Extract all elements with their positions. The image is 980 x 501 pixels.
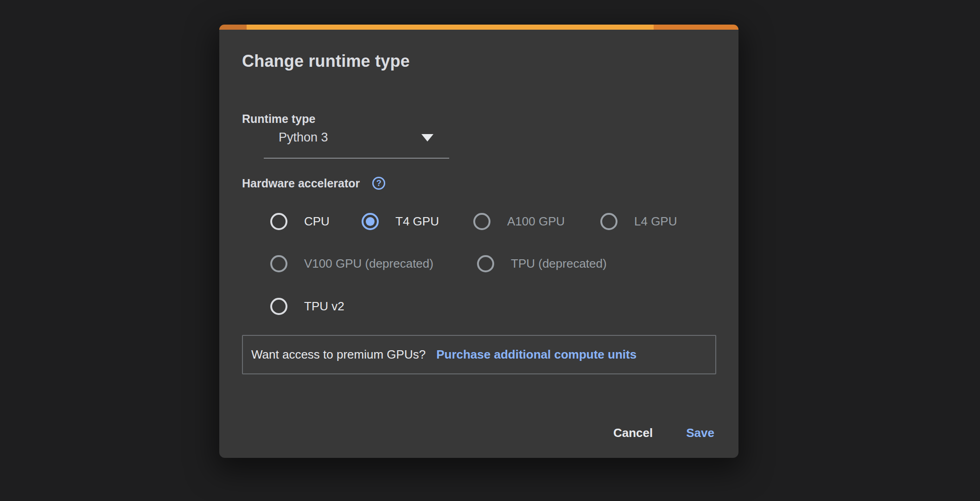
radio-option-cpu[interactable]: CPU [270, 213, 330, 230]
dropdown-arrow-icon [421, 134, 433, 141]
cancel-button[interactable]: Cancel [608, 422, 658, 444]
radio-icon[interactable] [362, 213, 379, 230]
change-runtime-type-dialog: Change runtime type Runtime type Python … [219, 25, 738, 458]
radio-option-label: V100 GPU (deprecated) [304, 257, 433, 271]
radio-option-l4-gpu[interactable]: L4 GPU [600, 213, 677, 230]
radio-icon[interactable] [477, 255, 494, 272]
radio-option-tpu-v2[interactable]: TPU v2 [270, 298, 344, 315]
hardware-accelerator-label: Hardware accelerator [242, 176, 360, 190]
radio-icon[interactable] [473, 213, 490, 230]
dialog-actions: Cancel Save [608, 422, 720, 444]
dialog-accent-bar [219, 25, 738, 30]
dialog-title: Change runtime type [242, 50, 410, 72]
radio-option-label: T4 GPU [395, 214, 439, 229]
radio-icon[interactable] [270, 213, 287, 230]
runtime-type-selected-value: Python 3 [264, 130, 328, 145]
runtime-type-select[interactable]: Python 3 [264, 117, 449, 159]
radio-option-label: TPU (deprecated) [511, 257, 607, 271]
radio-option-t4-gpu[interactable]: T4 GPU [362, 213, 439, 230]
premium-gpu-banner: Want access to premium GPUs? Purchase ad… [242, 335, 716, 374]
radio-option-label: L4 GPU [634, 214, 677, 229]
save-button[interactable]: Save [681, 422, 720, 444]
radio-icon[interactable] [270, 298, 287, 315]
radio-icon[interactable] [270, 255, 287, 272]
radio-icon[interactable] [600, 213, 617, 230]
radio-option-a100-gpu[interactable]: A100 GPU [473, 213, 565, 230]
radio-option-tpu[interactable]: TPU (deprecated) [477, 255, 607, 272]
hardware-accelerator-label-row: Hardware accelerator ? [242, 176, 385, 190]
purchase-compute-units-link[interactable]: Purchase additional compute units [436, 347, 636, 362]
radio-option-label: A100 GPU [507, 214, 565, 229]
premium-gpu-banner-text: Want access to premium GPUs? [251, 347, 426, 362]
radio-option-label: TPU v2 [304, 299, 344, 314]
help-icon[interactable]: ? [372, 177, 385, 190]
radio-option-label: CPU [304, 214, 330, 229]
radio-option-v100-gpu[interactable]: V100 GPU (deprecated) [270, 255, 433, 272]
